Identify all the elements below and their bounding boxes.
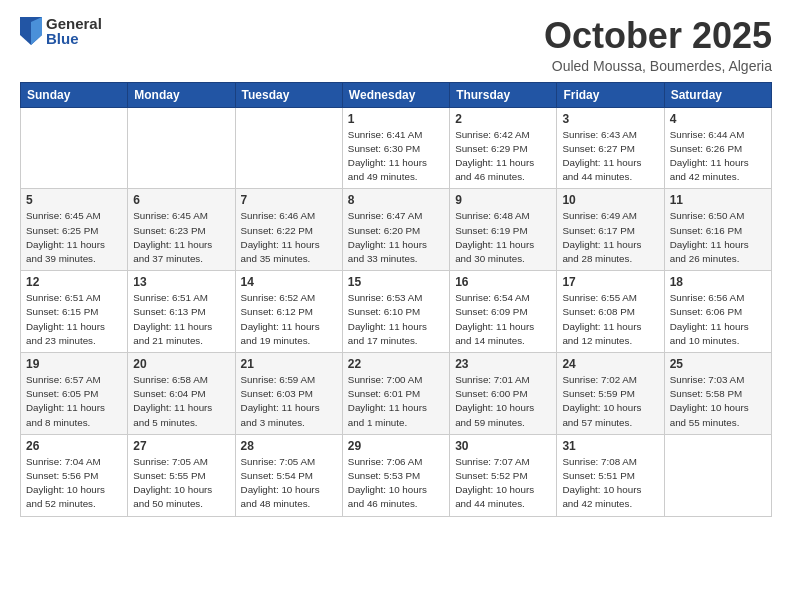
day-info: Sunrise: 7:03 AMSunset: 5:58 PMDaylight:… [670,373,766,430]
day-info: Sunrise: 6:41 AMSunset: 6:30 PMDaylight:… [348,128,444,185]
calendar-week-row: 1Sunrise: 6:41 AMSunset: 6:30 PMDaylight… [21,107,772,189]
calendar-day-4: 4Sunrise: 6:44 AMSunset: 6:26 PMDaylight… [664,107,771,189]
calendar-day-27: 27Sunrise: 7:05 AMSunset: 5:55 PMDayligh… [128,434,235,516]
calendar-day-14: 14Sunrise: 6:52 AMSunset: 6:12 PMDayligh… [235,271,342,353]
day-number: 13 [133,275,229,289]
day-number: 19 [26,357,122,371]
calendar-day-31: 31Sunrise: 7:08 AMSunset: 5:51 PMDayligh… [557,434,664,516]
logo: General Blue [20,16,102,46]
calendar-day-21: 21Sunrise: 6:59 AMSunset: 6:03 PMDayligh… [235,353,342,435]
day-number: 15 [348,275,444,289]
calendar-day-25: 25Sunrise: 7:03 AMSunset: 5:58 PMDayligh… [664,353,771,435]
calendar-day-26: 26Sunrise: 7:04 AMSunset: 5:56 PMDayligh… [21,434,128,516]
day-info: Sunrise: 6:51 AMSunset: 6:13 PMDaylight:… [133,291,229,348]
day-number: 10 [562,193,658,207]
calendar-day-12: 12Sunrise: 6:51 AMSunset: 6:15 PMDayligh… [21,271,128,353]
day-number: 14 [241,275,337,289]
logo-blue: Blue [46,31,102,46]
day-header-monday: Monday [128,82,235,107]
day-number: 1 [348,112,444,126]
day-info: Sunrise: 6:51 AMSunset: 6:15 PMDaylight:… [26,291,122,348]
day-info: Sunrise: 6:59 AMSunset: 6:03 PMDaylight:… [241,373,337,430]
day-info: Sunrise: 6:58 AMSunset: 6:04 PMDaylight:… [133,373,229,430]
day-number: 12 [26,275,122,289]
day-info: Sunrise: 6:43 AMSunset: 6:27 PMDaylight:… [562,128,658,185]
day-info: Sunrise: 6:45 AMSunset: 6:25 PMDaylight:… [26,209,122,266]
calendar-day-23: 23Sunrise: 7:01 AMSunset: 6:00 PMDayligh… [450,353,557,435]
calendar-empty [128,107,235,189]
day-info: Sunrise: 7:02 AMSunset: 5:59 PMDaylight:… [562,373,658,430]
calendar-empty [664,434,771,516]
calendar-day-19: 19Sunrise: 6:57 AMSunset: 6:05 PMDayligh… [21,353,128,435]
day-number: 6 [133,193,229,207]
subtitle: Ouled Moussa, Boumerdes, Algeria [544,58,772,74]
day-number: 8 [348,193,444,207]
calendar-day-20: 20Sunrise: 6:58 AMSunset: 6:04 PMDayligh… [128,353,235,435]
calendar-day-11: 11Sunrise: 6:50 AMSunset: 6:16 PMDayligh… [664,189,771,271]
day-info: Sunrise: 6:44 AMSunset: 6:26 PMDaylight:… [670,128,766,185]
day-info: Sunrise: 6:45 AMSunset: 6:23 PMDaylight:… [133,209,229,266]
day-info: Sunrise: 6:47 AMSunset: 6:20 PMDaylight:… [348,209,444,266]
day-number: 17 [562,275,658,289]
day-info: Sunrise: 6:46 AMSunset: 6:22 PMDaylight:… [241,209,337,266]
day-number: 28 [241,439,337,453]
day-info: Sunrise: 7:04 AMSunset: 5:56 PMDaylight:… [26,455,122,512]
day-info: Sunrise: 6:56 AMSunset: 6:06 PMDaylight:… [670,291,766,348]
day-info: Sunrise: 6:55 AMSunset: 6:08 PMDaylight:… [562,291,658,348]
calendar-day-5: 5Sunrise: 6:45 AMSunset: 6:25 PMDaylight… [21,189,128,271]
day-header-sunday: Sunday [21,82,128,107]
calendar-day-3: 3Sunrise: 6:43 AMSunset: 6:27 PMDaylight… [557,107,664,189]
day-info: Sunrise: 7:05 AMSunset: 5:55 PMDaylight:… [133,455,229,512]
calendar-day-10: 10Sunrise: 6:49 AMSunset: 6:17 PMDayligh… [557,189,664,271]
day-info: Sunrise: 6:42 AMSunset: 6:29 PMDaylight:… [455,128,551,185]
day-number: 30 [455,439,551,453]
calendar-day-13: 13Sunrise: 6:51 AMSunset: 6:13 PMDayligh… [128,271,235,353]
calendar-day-28: 28Sunrise: 7:05 AMSunset: 5:54 PMDayligh… [235,434,342,516]
day-info: Sunrise: 7:07 AMSunset: 5:52 PMDaylight:… [455,455,551,512]
day-info: Sunrise: 6:52 AMSunset: 6:12 PMDaylight:… [241,291,337,348]
calendar-day-29: 29Sunrise: 7:06 AMSunset: 5:53 PMDayligh… [342,434,449,516]
day-number: 9 [455,193,551,207]
calendar-day-7: 7Sunrise: 6:46 AMSunset: 6:22 PMDaylight… [235,189,342,271]
day-info: Sunrise: 6:49 AMSunset: 6:17 PMDaylight:… [562,209,658,266]
logo-text: General Blue [46,16,102,46]
day-info: Sunrise: 7:00 AMSunset: 6:01 PMDaylight:… [348,373,444,430]
day-number: 24 [562,357,658,371]
day-number: 18 [670,275,766,289]
day-info: Sunrise: 7:01 AMSunset: 6:00 PMDaylight:… [455,373,551,430]
day-info: Sunrise: 7:08 AMSunset: 5:51 PMDaylight:… [562,455,658,512]
calendar-week-row: 12Sunrise: 6:51 AMSunset: 6:15 PMDayligh… [21,271,772,353]
day-number: 5 [26,193,122,207]
logo-icon [20,17,42,45]
day-number: 27 [133,439,229,453]
calendar-empty [235,107,342,189]
day-number: 31 [562,439,658,453]
day-number: 26 [26,439,122,453]
day-info: Sunrise: 7:05 AMSunset: 5:54 PMDaylight:… [241,455,337,512]
calendar-day-30: 30Sunrise: 7:07 AMSunset: 5:52 PMDayligh… [450,434,557,516]
calendar-day-15: 15Sunrise: 6:53 AMSunset: 6:10 PMDayligh… [342,271,449,353]
day-number: 11 [670,193,766,207]
day-number: 23 [455,357,551,371]
day-number: 16 [455,275,551,289]
day-info: Sunrise: 6:50 AMSunset: 6:16 PMDaylight:… [670,209,766,266]
title-block: October 2025 Ouled Moussa, Boumerdes, Al… [544,16,772,74]
calendar-week-row: 5Sunrise: 6:45 AMSunset: 6:25 PMDaylight… [21,189,772,271]
calendar-day-6: 6Sunrise: 6:45 AMSunset: 6:23 PMDaylight… [128,189,235,271]
calendar-day-8: 8Sunrise: 6:47 AMSunset: 6:20 PMDaylight… [342,189,449,271]
day-info: Sunrise: 7:06 AMSunset: 5:53 PMDaylight:… [348,455,444,512]
calendar-day-18: 18Sunrise: 6:56 AMSunset: 6:06 PMDayligh… [664,271,771,353]
day-number: 25 [670,357,766,371]
logo-general: General [46,16,102,31]
day-number: 21 [241,357,337,371]
calendar-day-24: 24Sunrise: 7:02 AMSunset: 5:59 PMDayligh… [557,353,664,435]
calendar-week-row: 26Sunrise: 7:04 AMSunset: 5:56 PMDayligh… [21,434,772,516]
calendar-day-1: 1Sunrise: 6:41 AMSunset: 6:30 PMDaylight… [342,107,449,189]
day-info: Sunrise: 6:53 AMSunset: 6:10 PMDaylight:… [348,291,444,348]
day-number: 7 [241,193,337,207]
calendar-day-17: 17Sunrise: 6:55 AMSunset: 6:08 PMDayligh… [557,271,664,353]
calendar-day-2: 2Sunrise: 6:42 AMSunset: 6:29 PMDaylight… [450,107,557,189]
day-number: 3 [562,112,658,126]
calendar-empty [21,107,128,189]
calendar-day-16: 16Sunrise: 6:54 AMSunset: 6:09 PMDayligh… [450,271,557,353]
